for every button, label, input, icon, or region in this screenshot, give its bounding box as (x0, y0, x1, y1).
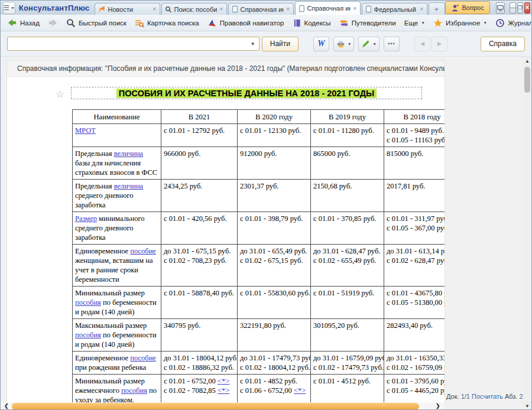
table-row: Максимальный размер пособия по беременно… (73, 319, 446, 352)
tab-ref-info-2[interactable]: Справочная инфо...× (295, 1, 361, 15)
vertical-scroll-thumb[interactable] (524, 67, 530, 93)
guides-button[interactable]: Путеводители (335, 17, 400, 30)
hamburger-icon: ☰ (4, 4, 9, 12)
horizontal-scrollbar[interactable]: ❮ ❯ (1, 402, 444, 410)
doc-link[interactable]: пособия (75, 298, 101, 307)
bookmark-star-icon[interactable]: ☆ (56, 88, 64, 100)
table-row: МРОТс 01.01 - 12792 руб.с 01.01 - 12130 … (73, 124, 446, 147)
value-line: с 01.01 - 58878,40 руб. (164, 288, 235, 298)
doc-link[interactable]: величина (114, 149, 144, 158)
value-line: 865000 руб. (313, 149, 381, 158)
screen-mode-button[interactable] (496, 2, 505, 14)
journal-button[interactable]: Журнал (491, 17, 532, 30)
benefit-value-cell: 340795 руб. (161, 319, 238, 352)
value-line: с 01.01 - 43675,80 руб. (387, 288, 445, 298)
doc-back-button[interactable]: ◄ (414, 37, 430, 51)
doc-link[interactable]: <*> (294, 386, 306, 395)
tab-close-icon[interactable]: × (286, 6, 290, 12)
horizontal-scroll-thumb[interactable] (12, 403, 419, 410)
tab-search-posobiya[interactable]: Поиск: пособия и ...× (161, 3, 227, 15)
legal-navigator-button[interactable]: Правовой навигатор (203, 17, 288, 30)
benefit-name-cell: Предельная величина среднего дневного за… (73, 180, 161, 212)
chevron-down-icon: ▼ (372, 42, 377, 46)
tab-close-icon[interactable]: × (420, 6, 423, 12)
tab-close-icon[interactable]: × (219, 6, 223, 12)
right-arrow-icon: ► (436, 40, 443, 48)
tab-ref-info-1[interactable]: Справочная инфо...× (228, 3, 294, 15)
doc-link[interactable]: пособие (130, 247, 156, 255)
close-button[interactable]: ✕ (524, 2, 530, 14)
doc-link[interactable]: пособия (121, 386, 147, 395)
document-icon (365, 5, 372, 13)
document-icon (232, 5, 238, 13)
more-actions-button[interactable]: ••• (384, 37, 400, 51)
scroll-up-icon[interactable]: ▲ (523, 58, 531, 64)
vertical-scrollbar[interactable]: ▲ ▼ (523, 57, 531, 410)
search-card-button[interactable]: Карточка поиска (131, 17, 203, 30)
value-line: до 31.01 - 628,47 руб. (313, 246, 381, 256)
benefit-name-cell: Единовременное пособие женщинам, вставши… (73, 245, 161, 287)
print-button[interactable]: ▼ (333, 37, 354, 51)
codes-label: Кодексы (304, 19, 331, 27)
tab-news[interactable]: Новости× (95, 3, 160, 15)
search-card-icon (135, 18, 144, 28)
document-title-box: ПОСОБИЯ И ИХ РАСЧЕТНЫЕ ДАННЫЕ НА 2018 - … (71, 87, 422, 99)
tab-close-icon[interactable]: × (153, 6, 156, 12)
doc-link[interactable]: пособия (75, 331, 101, 339)
tab-close-icon[interactable]: × (353, 5, 356, 12)
find-button[interactable]: Найти (262, 37, 299, 51)
benefit-value-cell: с 01.01 - 12130 руб. (238, 124, 311, 147)
doc-link[interactable]: пособие (130, 354, 156, 362)
restore-button[interactable]: ❐ (517, 2, 523, 14)
star-icon (433, 18, 443, 28)
doc-forward-button[interactable]: ► (432, 37, 447, 51)
tab-label: Справочная инфо... (241, 6, 284, 13)
export-word-button[interactable]: W (313, 37, 329, 51)
navigator-icon (207, 18, 217, 28)
favorites-button[interactable]: Избранное ▼ (429, 17, 491, 30)
doc-link[interactable]: величина (114, 182, 144, 190)
more-button[interactable]: Еще ▼ (400, 18, 429, 28)
question-button[interactable]: Вопрос (445, 1, 490, 14)
doc-link[interactable]: <*> (218, 386, 229, 395)
news-icon (98, 5, 106, 13)
word-icon: W (317, 39, 325, 48)
help-button[interactable]: Справка (481, 37, 525, 51)
table-row: Минимальный размер пособия по беременнос… (73, 287, 446, 319)
scroll-down-icon[interactable]: ▼ (523, 404, 531, 409)
scroll-right-icon[interactable]: ❯ (436, 403, 440, 409)
scroll-left-icon[interactable]: ❮ (4, 403, 9, 409)
tab-fed-law[interactable]: Федеральный зако...× (362, 3, 427, 15)
benefit-name-cell: Единовременное пособие при рождении ребе… (73, 352, 161, 375)
value-line: с 01.06 - 6752,00 <*> (240, 386, 308, 395)
value-line: с 01.02 - 17479,73 руб. (313, 363, 381, 372)
benefit-value-cell: 322191,80 руб. (238, 319, 311, 352)
monitor-icon (497, 4, 504, 12)
doc-link[interactable]: Размер (75, 214, 97, 223)
quick-search-button[interactable]: Быстрый поиск (62, 17, 131, 30)
benefit-value-cell: с 01.01 - 55830,60 руб. (238, 287, 311, 319)
search-input[interactable] (8, 38, 247, 49)
doc-link[interactable]: МРОТ (75, 126, 96, 135)
benefit-value-cell: 865000 руб. (311, 147, 384, 180)
forward-button[interactable] (44, 17, 62, 29)
new-tab-button[interactable]: + (429, 2, 445, 15)
benefits-table: НаименованиеВ 2021В 2020 годуВ 2019 году… (72, 109, 445, 404)
main-menu-button[interactable]: ☰▼ (3, 2, 15, 14)
count-link[interactable]: Посчитать (472, 393, 503, 400)
minimize-button[interactable]: — (510, 2, 516, 14)
value-line: 340795 руб. (164, 321, 235, 330)
export-button[interactable]: ▼ (358, 37, 379, 51)
doc-link[interactable]: <*> (218, 377, 229, 385)
benefit-value-cell: 2301,37 руб. (238, 180, 311, 212)
value-line: 2150,68 руб. (313, 181, 381, 191)
value-line: до 31.01 - 613,14 руб. (387, 246, 445, 256)
codes-button[interactable]: Кодексы (288, 17, 335, 30)
combo-dropdown-icon[interactable]: ▼ (247, 41, 259, 47)
close-icon: ✕ (525, 5, 530, 11)
value-line: с 01.01 - 4512 руб. (313, 376, 381, 386)
benefit-value-cell: до 31.01 - 17479,73 руб.с 01.02 - 18004,… (238, 352, 311, 375)
back-button[interactable]: Назад (3, 17, 44, 29)
document-icon (299, 5, 305, 12)
value-line: с 01.01 - 9489 руб. (387, 126, 445, 135)
